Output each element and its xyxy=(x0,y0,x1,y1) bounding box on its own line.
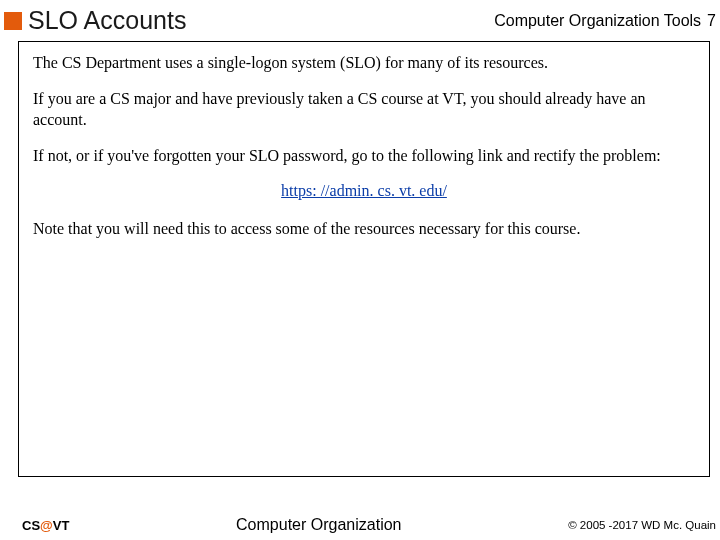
footer-org-pre: CS xyxy=(22,518,40,533)
footer-org-post: VT xyxy=(53,518,70,533)
slide-footer: CS@VT Computer Organization © 2005 -2017… xyxy=(0,516,720,534)
slide-header: SLO Accounts Computer Organization Tools… xyxy=(0,0,720,41)
paragraph: If you are a CS major and have previousl… xyxy=(33,88,695,131)
footer-center: Computer Organization xyxy=(69,516,568,534)
footer-org: CS@VT xyxy=(22,518,69,533)
title-bullet-icon xyxy=(4,12,22,30)
page-number: 7 xyxy=(707,12,716,30)
course-label: Computer Organization Tools xyxy=(494,12,701,30)
content-box: The CS Department uses a single-logon sy… xyxy=(18,41,710,477)
slide-title: SLO Accounts xyxy=(28,6,494,35)
footer-copyright: © 2005 -2017 WD Mc. Quain xyxy=(568,519,716,531)
paragraph: If not, or if you've forgotten your SLO … xyxy=(33,145,695,167)
admin-link[interactable]: https: //admin. cs. vt. edu/ xyxy=(281,182,447,199)
paragraph: The CS Department uses a single-logon sy… xyxy=(33,52,695,74)
slide: SLO Accounts Computer Organization Tools… xyxy=(0,0,720,540)
link-container: https: //admin. cs. vt. edu/ xyxy=(33,180,695,202)
footer-org-at: @ xyxy=(40,518,53,533)
paragraph: Note that you will need this to access s… xyxy=(33,218,695,240)
